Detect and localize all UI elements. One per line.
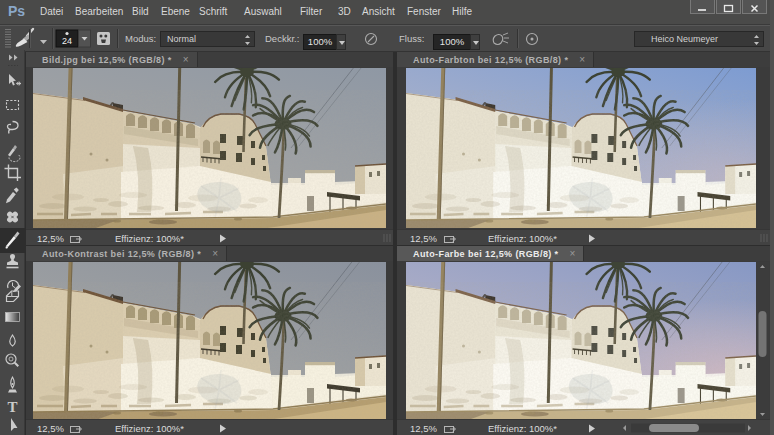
svg-text:T: T (7, 399, 17, 415)
